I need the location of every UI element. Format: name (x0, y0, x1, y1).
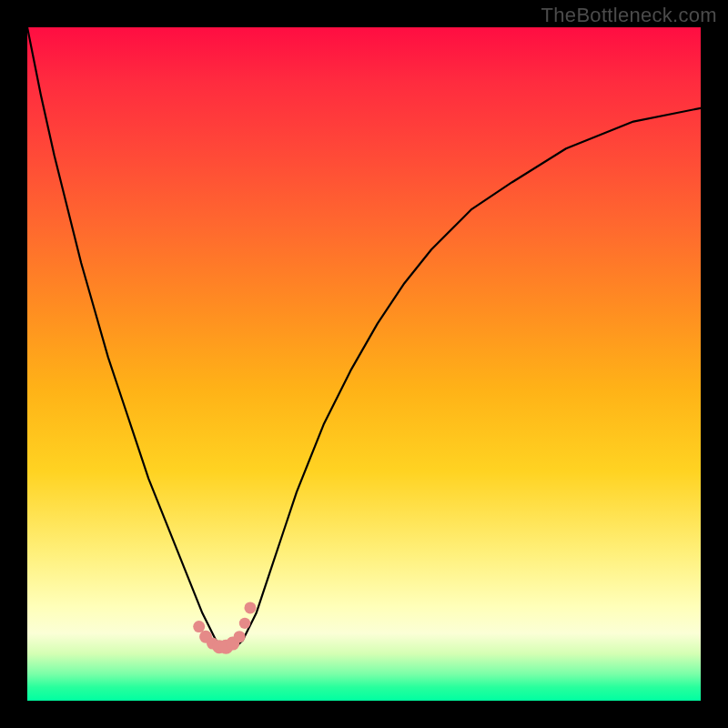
plot-area (27, 27, 701, 701)
valley-marker (244, 602, 256, 613)
bottleneck-curve (27, 27, 701, 647)
bottleneck-valley-markers (193, 602, 256, 653)
chart-frame: TheBottleneck.com (0, 0, 728, 728)
valley-marker (234, 631, 246, 642)
valley-marker (193, 621, 205, 632)
watermark-text: TheBottleneck.com (541, 4, 717, 27)
curve-svg (27, 27, 701, 701)
valley-marker (239, 618, 250, 629)
